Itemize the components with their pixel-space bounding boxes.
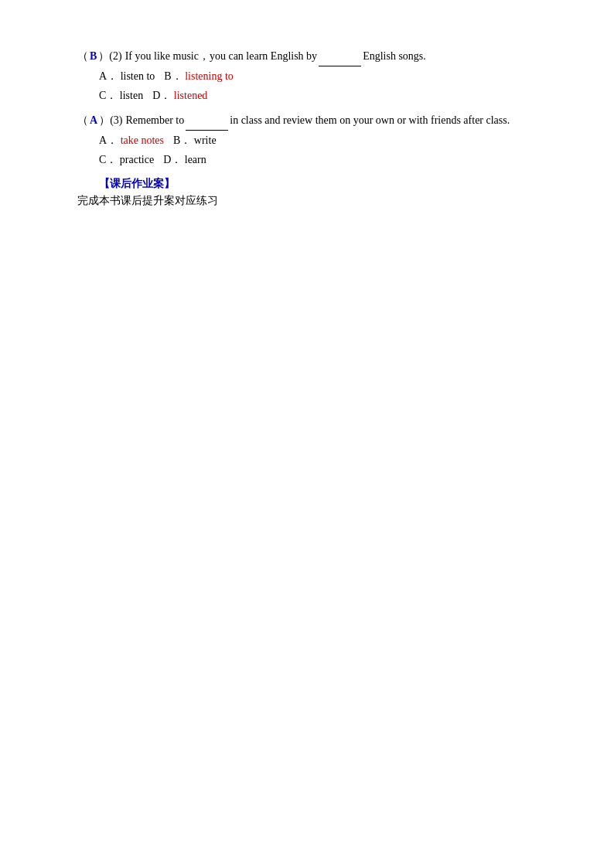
q2-option-a-letter: A． — [99, 70, 118, 82]
q3-option-b-letter: B． — [173, 134, 191, 146]
page: （ B ） (2) If you like music，you can lear… — [0, 0, 614, 868]
after-class-section: 【课后作业案】 完成本书课后提升案对应练习 — [77, 177, 537, 210]
q2-number: (2) — [109, 46, 121, 66]
q3-option-c: C． practice — [99, 150, 154, 169]
q3-answer: A — [90, 111, 97, 130]
q2-option-c-text: listen — [120, 90, 143, 101]
q3-text-after: in class and review them on your own or … — [230, 111, 510, 130]
q2-options-row1: A． listen to B． listening to — [99, 66, 537, 86]
q3-option-a-letter: A． — [99, 134, 118, 146]
q2-text-after: English songs. — [363, 46, 426, 66]
q3-option-c-text: practice — [120, 154, 154, 165]
q2-option-d-text: listened — [174, 90, 208, 101]
after-class-text: 完成本书课后提升案对应练习 — [77, 191, 537, 210]
q3-option-d: D． learn — [163, 150, 206, 169]
q2-option-d-letter: D． — [152, 90, 171, 101]
q3-text: Remember to — [125, 111, 184, 130]
q2-bracket-close: ） — [98, 46, 109, 66]
q3-option-c-letter: C． — [99, 154, 117, 165]
q3-blank — [186, 111, 228, 131]
q2-option-b: B． listening to — [164, 66, 233, 86]
q2-answer: B — [90, 46, 97, 66]
question-3: （ A ） (3) Remember to in class and revie… — [77, 111, 537, 170]
q3-options-row1: A． take notes B． write — [99, 131, 537, 150]
q2-options-row2: C． listen D． listened — [99, 86, 537, 105]
q2-blank — [319, 46, 361, 66]
q2-option-c: C． listen — [99, 86, 143, 105]
q2-text: If you like music，you can learn English … — [125, 46, 317, 66]
q2-option-b-letter: B． — [164, 70, 182, 82]
question-3-main-line: （ A ） (3) Remember to in class and revie… — [77, 111, 537, 131]
q2-bracket-open: （ — [77, 46, 88, 66]
q3-options-row2: C． practice D． learn — [99, 150, 537, 169]
q2-option-c-letter: C． — [99, 90, 117, 101]
question-2: （ B ） (2) If you like music，you can lear… — [77, 46, 537, 106]
q2-option-d: D． listened — [152, 86, 207, 105]
q3-option-d-text: learn — [185, 154, 206, 165]
q2-option-b-text: listening to — [185, 70, 234, 82]
q3-option-a-text: take notes — [121, 134, 164, 146]
q3-option-b: B． write — [173, 131, 217, 150]
q3-bracket-open: （ — [77, 111, 88, 130]
q2-option-a-text: listen to — [121, 70, 155, 82]
q3-option-a: A． take notes — [99, 131, 164, 150]
q3-bracket-close: ） — [99, 111, 110, 130]
q3-option-b-text: write — [194, 134, 217, 146]
after-class-header: 【课后作业案】 — [99, 178, 175, 189]
q3-option-d-letter: D． — [163, 154, 182, 165]
q3-number: (3) — [110, 111, 122, 130]
after-class-header-container: 【课后作业案】 — [99, 177, 537, 191]
question-2-main-line: （ B ） (2) If you like music，you can lear… — [77, 46, 537, 66]
q2-option-a: A． listen to — [99, 66, 155, 86]
